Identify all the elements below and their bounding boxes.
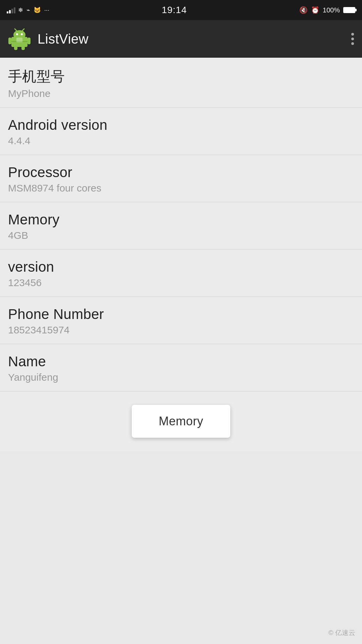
list-item-subtitle-version: 123456	[8, 277, 354, 288]
svg-point-2	[16, 33, 18, 35]
status-left: ❄ ⌁ 🐱 ···	[7, 6, 49, 14]
list-item-android-version[interactable]: Android version4.4.4	[0, 108, 362, 155]
snowflake-icon: ❄	[18, 6, 23, 14]
cat-icon: 🐱	[34, 6, 41, 14]
battery-fill	[344, 8, 355, 12]
signal-bar-3	[11, 9, 13, 13]
more-dot-1	[351, 33, 354, 36]
list-item-title-phone-number: Phone Number	[8, 306, 354, 322]
list-item-version[interactable]: version123456	[0, 250, 362, 297]
dots-icon: ···	[44, 7, 49, 14]
alarm-icon: ⏰	[311, 6, 319, 14]
usb-icon: ⌁	[26, 6, 30, 14]
svg-rect-8	[14, 46, 17, 50]
status-bar: ❄ ⌁ 🐱 ··· 19:14 🔇 ⏰ 100%	[0, 0, 362, 20]
status-time: 19:14	[162, 5, 187, 15]
list-item-processor[interactable]: ProcessorMSM8974 four cores	[0, 155, 362, 202]
signal-bar-1	[7, 11, 8, 13]
list-item-memory[interactable]: Memory4GB	[0, 202, 362, 250]
list-item-subtitle-memory: 4GB	[8, 230, 354, 241]
list-item-subtitle-phone-model: MyPhone	[8, 88, 354, 99]
svg-line-4	[15, 29, 17, 31]
list-item-name[interactable]: NameYanguifeng	[0, 344, 362, 391]
more-dot-2	[351, 38, 354, 40]
button-area: Memory	[0, 391, 362, 451]
battery-indicator	[343, 7, 355, 13]
svg-rect-11	[16, 38, 22, 42]
signal-bars	[7, 7, 15, 13]
more-dot-3	[351, 42, 354, 45]
battery-percent: 100%	[323, 6, 340, 14]
svg-rect-9	[21, 46, 25, 50]
list-item-title-android-version: Android version	[8, 117, 354, 133]
status-right: 🔇 ⏰ 100%	[299, 6, 355, 14]
list-item-subtitle-android-version: 4.4.4	[8, 135, 354, 147]
list-item-phone-number[interactable]: Phone Number18523415974	[0, 297, 362, 344]
svg-line-5	[22, 29, 24, 31]
list-item-title-processor: Processor	[8, 164, 354, 180]
more-options-button[interactable]	[351, 33, 354, 45]
memory-button[interactable]: Memory	[132, 405, 230, 438]
list-item-title-version: version	[8, 259, 354, 275]
mute-icon: 🔇	[299, 6, 308, 14]
app-bar: ListView	[0, 20, 362, 58]
list-item-subtitle-name: Yanguifeng	[8, 372, 354, 383]
svg-point-3	[21, 33, 23, 35]
svg-rect-7	[27, 38, 31, 44]
android-logo-icon	[8, 28, 31, 50]
list-item-subtitle-processor: MSM8974 four cores	[8, 182, 354, 194]
signal-bar-2	[9, 10, 11, 13]
list-container: 手机型号MyPhoneAndroid version4.4.4Processor…	[0, 58, 362, 391]
watermark: © 亿速云	[328, 628, 355, 637]
battery-icon	[343, 7, 355, 13]
list-item-title-memory: Memory	[8, 212, 354, 228]
list-item-title-name: Name	[8, 354, 354, 370]
svg-rect-6	[8, 38, 11, 44]
list-item-phone-model[interactable]: 手机型号MyPhone	[0, 58, 362, 108]
list-item-subtitle-phone-number: 18523415974	[8, 324, 354, 336]
app-bar-left: ListView	[8, 28, 88, 50]
signal-bar-4	[14, 7, 15, 13]
status-icons: ❄ ⌁ 🐱 ···	[18, 6, 49, 14]
list-item-title-phone-model: 手机型号	[8, 67, 354, 86]
app-bar-title: ListView	[38, 32, 88, 47]
